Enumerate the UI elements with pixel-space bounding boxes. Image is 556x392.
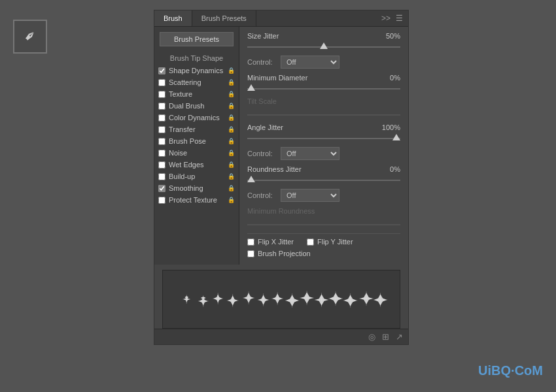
min-roundness-row: Minimum Roundness bbox=[247, 207, 400, 218]
size-jitter-handle[interactable] bbox=[320, 42, 328, 49]
tab-brush-presets[interactable]: Brush Presets bbox=[192, 10, 256, 26]
lock-build-up: 🔒 bbox=[228, 173, 235, 180]
lock-noise: 🔒 bbox=[228, 150, 235, 156]
sidebar-item-scattering[interactable]: Scattering 🔒 bbox=[154, 76, 239, 88]
checkbox-smoothing[interactable] bbox=[158, 185, 165, 192]
checkbox-color-dynamics[interactable] bbox=[158, 114, 165, 122]
panel-tab-icons: >> ☰ bbox=[376, 14, 408, 23]
roundness-jitter-slider[interactable] bbox=[247, 176, 400, 185]
lock-protect-texture: 🔒 bbox=[228, 197, 235, 203]
checkbox-noise[interactable] bbox=[158, 150, 165, 157]
panel-tabs: Brush Brush Presets >> ☰ bbox=[154, 10, 408, 27]
content-area: Size Jitter 50% Control: Off Fade Pen Pr… bbox=[239, 27, 408, 265]
brush-panel: Brush Brush Presets >> ☰ Brush Presets B… bbox=[154, 10, 409, 345]
panel-body: Brush Presets Brush Tip Shape Shape Dyna… bbox=[154, 27, 408, 265]
sidebar: Brush Presets Brush Tip Shape Shape Dyna… bbox=[154, 27, 239, 265]
checkbox-dual-brush[interactable] bbox=[158, 103, 165, 110]
sidebar-presets-button[interactable]: Brush Presets bbox=[160, 32, 234, 46]
size-jitter-row: Size Jitter 50% bbox=[247, 32, 400, 40]
tool-icon-box: ✒ bbox=[13, 20, 47, 54]
checkbox-protect-texture[interactable] bbox=[158, 197, 165, 204]
checkbox-scattering[interactable] bbox=[158, 79, 165, 86]
lock-smoothing: 🔒 bbox=[228, 185, 235, 191]
sidebar-section-title: Brush Tip Shape bbox=[154, 52, 239, 65]
roundness-jitter-track bbox=[247, 180, 400, 181]
flip-y-jitter-label: Flip Y Jitter bbox=[317, 238, 353, 246]
angle-jitter-control-label: Control: bbox=[247, 150, 277, 157]
watermark: UiBQ·CoM bbox=[478, 362, 543, 379]
roundness-jitter-label: Roundness Jitter bbox=[247, 165, 377, 173]
lock-scattering: 🔒 bbox=[228, 79, 235, 86]
checkbox-transfer[interactable] bbox=[158, 126, 165, 133]
tilt-scale-row: Tilt Scale bbox=[247, 97, 400, 108]
menu-icon[interactable]: ☰ bbox=[396, 14, 403, 23]
min-diameter-track bbox=[247, 88, 400, 90]
checkbox-brush-pose[interactable] bbox=[158, 138, 165, 145]
sidebar-item-shape-dynamics[interactable]: Shape Dynamics 🔒 bbox=[154, 65, 239, 76]
sidebar-item-texture[interactable]: Texture 🔒 bbox=[154, 88, 239, 100]
sidebar-label-noise: Noise bbox=[169, 149, 226, 157]
angle-jitter-control-select[interactable]: Off Fade Pen Pressure Pen Tilt bbox=[281, 147, 339, 160]
lock-texture: 🔒 bbox=[228, 91, 235, 97]
size-jitter-control-label: Control: bbox=[247, 58, 277, 66]
angle-jitter-slider[interactable] bbox=[247, 134, 400, 143]
checkbox-shape-dynamics[interactable] bbox=[158, 67, 165, 74]
angle-jitter-row: Angle Jitter 100% bbox=[247, 123, 400, 131]
min-roundness-slider[interactable] bbox=[247, 220, 400, 229]
bottom-icon-2[interactable]: ⊞ bbox=[382, 332, 389, 342]
sidebar-label-protect-texture: Protect Texture bbox=[169, 196, 226, 204]
checkbox-wet-edges[interactable] bbox=[158, 161, 165, 169]
sidebar-item-smoothing[interactable]: Smoothing 🔒 bbox=[154, 182, 239, 194]
checkbox-flip-y-jitter[interactable] bbox=[307, 238, 314, 246]
expand-icon[interactable]: >> bbox=[381, 14, 391, 23]
min-diameter-handle[interactable] bbox=[247, 84, 255, 91]
size-jitter-control-row: Control: Off Fade Pen Pressure Pen Tilt bbox=[247, 56, 400, 69]
sidebar-item-wet-edges[interactable]: Wet Edges 🔒 bbox=[154, 159, 239, 171]
checkbox-brush-projection[interactable] bbox=[247, 250, 254, 257]
size-jitter-label: Size Jitter bbox=[247, 32, 377, 40]
min-roundness-track bbox=[247, 224, 400, 225]
flip-x-jitter-label: Flip X Jitter bbox=[258, 238, 294, 246]
brush-icon: ✒ bbox=[20, 26, 40, 46]
min-diameter-slider[interactable] bbox=[247, 84, 400, 93]
sidebar-item-transfer[interactable]: Transfer 🔒 bbox=[154, 123, 239, 135]
sidebar-label-scattering: Scattering bbox=[169, 78, 226, 86]
svg-rect-0 bbox=[166, 270, 396, 328]
sidebar-item-noise[interactable]: Noise 🔒 bbox=[154, 147, 239, 159]
bottom-icon-3[interactable]: ↗ bbox=[396, 332, 403, 342]
flip-x-jitter-row: Flip X Jitter bbox=[247, 238, 294, 246]
roundness-jitter-handle[interactable] bbox=[247, 176, 255, 182]
checkbox-texture[interactable] bbox=[158, 91, 165, 98]
lock-transfer: 🔒 bbox=[228, 126, 235, 133]
size-jitter-control-select[interactable]: Off Fade Pen Pressure Pen Tilt bbox=[281, 56, 339, 69]
bottom-icon-1[interactable]: ◎ bbox=[368, 332, 375, 342]
lock-wet-edges: 🔒 bbox=[228, 161, 235, 168]
sidebar-item-protect-texture[interactable]: Protect Texture 🔒 bbox=[154, 194, 239, 206]
sidebar-label-build-up: Build-up bbox=[169, 172, 226, 180]
tab-brush[interactable]: Brush bbox=[154, 10, 192, 26]
sidebar-label-shape-dynamics: Shape Dynamics bbox=[169, 67, 226, 74]
lock-shape-dynamics: 🔒 bbox=[228, 67, 235, 74]
roundness-jitter-control-label: Control: bbox=[247, 191, 277, 199]
tilt-scale-slider[interactable] bbox=[247, 110, 400, 120]
sidebar-item-dual-brush[interactable]: Dual Brush 🔒 bbox=[154, 100, 239, 112]
sidebar-label-smoothing: Smoothing bbox=[169, 184, 226, 192]
sidebar-item-brush-pose[interactable]: Brush Pose 🔒 bbox=[154, 135, 239, 147]
brush-projection-label: Brush Projection bbox=[258, 250, 311, 257]
roundness-jitter-control-select[interactable]: Off Fade Pen Pressure Pen Tilt bbox=[281, 189, 339, 202]
brush-projection-row: Brush Projection bbox=[247, 250, 400, 257]
sidebar-item-build-up[interactable]: Build-up 🔒 bbox=[154, 171, 239, 182]
angle-jitter-handle[interactable] bbox=[392, 134, 400, 140]
angle-jitter-control-row: Control: Off Fade Pen Pressure Pen Tilt bbox=[247, 147, 400, 160]
checkbox-flip-x-jitter[interactable] bbox=[247, 238, 254, 246]
checkbox-build-up[interactable] bbox=[158, 173, 165, 180]
min-diameter-value: 0% bbox=[377, 74, 400, 82]
lock-brush-pose: 🔒 bbox=[228, 138, 235, 144]
size-jitter-slider[interactable] bbox=[247, 42, 400, 52]
sidebar-label-brush-pose: Brush Pose bbox=[169, 137, 226, 145]
roundness-jitter-row: Roundness Jitter 0% bbox=[247, 165, 400, 173]
sidebar-item-color-dynamics[interactable]: Color Dynamics 🔒 bbox=[154, 112, 239, 123]
sidebar-label-wet-edges: Wet Edges bbox=[169, 161, 226, 169]
angle-jitter-label: Angle Jitter bbox=[247, 123, 377, 131]
section-divider bbox=[247, 233, 400, 234]
